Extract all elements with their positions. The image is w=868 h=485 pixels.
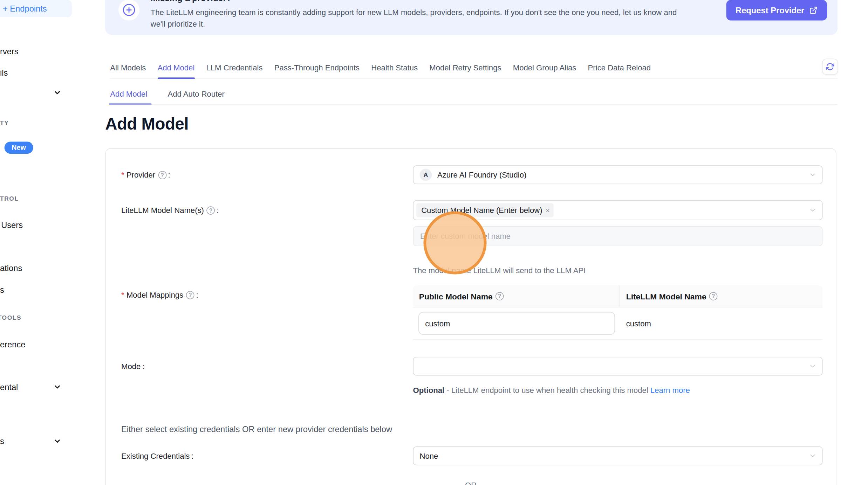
tab-all-models[interactable]: All Models bbox=[110, 57, 146, 78]
remove-icon[interactable]: × bbox=[546, 207, 550, 214]
sidebar-item-servers[interactable]: rvers bbox=[0, 47, 19, 56]
model-mappings-table: Public Model Name ? LiteLLM Model Name ?… bbox=[413, 285, 822, 340]
mode-select[interactable] bbox=[413, 357, 822, 376]
tab-add-model[interactable]: Add Model bbox=[158, 57, 195, 78]
refresh-icon bbox=[826, 63, 834, 71]
tab-pass-through-endpoints[interactable]: Pass-Through Endpoints bbox=[274, 57, 360, 78]
mode-label: Mode : bbox=[121, 357, 144, 376]
sidebar-section-trol: TROL bbox=[0, 195, 19, 202]
main-content: Missing a provider? The LiteLLM engineer… bbox=[105, 0, 838, 485]
add-model-subtabs: Add Model Add Auto Router bbox=[110, 84, 838, 105]
model-names-label: LiteLLM Model Name(s) ? : bbox=[121, 200, 219, 220]
sidebar-item-users[interactable]: Users bbox=[1, 220, 23, 230]
chevron-down-icon bbox=[809, 452, 816, 460]
missing-provider-banner: Missing a provider? The LiteLLM engineer… bbox=[105, 0, 838, 35]
help-icon[interactable]: ? bbox=[495, 292, 504, 300]
chevron-down-icon bbox=[809, 171, 816, 179]
learn-more-link[interactable]: Learn more bbox=[650, 386, 690, 394]
column-litellm-model-name: LiteLLM Model Name ? bbox=[620, 285, 823, 307]
refresh-button[interactable] bbox=[822, 58, 838, 75]
sidebar-section-ty: TY bbox=[0, 119, 9, 126]
page-title: Add Model bbox=[105, 112, 189, 136]
required-mark: * bbox=[121, 290, 124, 299]
tab-model-retry-settings[interactable]: Model Retry Settings bbox=[429, 57, 501, 78]
sidebar-item-ental[interactable]: ental bbox=[0, 382, 18, 392]
request-provider-button[interactable]: Request Provider bbox=[726, 0, 827, 20]
existing-credentials-value: None bbox=[419, 451, 438, 460]
litellm-model-name-cell: custom bbox=[620, 319, 823, 328]
tab-llm-credentials[interactable]: LLM Credentials bbox=[206, 57, 262, 78]
external-link-icon bbox=[809, 6, 818, 14]
help-icon[interactable]: ? bbox=[158, 171, 166, 179]
provider-label: * Provider ? : bbox=[121, 165, 170, 184]
sidebar-item-endpoints-label: + Endpoints bbox=[0, 0, 72, 17]
model-name-helper-text: The model name LiteLLM will send to the … bbox=[413, 266, 586, 275]
existing-credentials-label: Existing Credentials : bbox=[121, 446, 193, 465]
banner-description-line2: we'll prioritize it. bbox=[151, 18, 677, 30]
request-provider-label: Request Provider bbox=[736, 6, 804, 15]
tab-model-group-alias[interactable]: Model Group Alias bbox=[513, 57, 576, 78]
sidebar-item-ils[interactable]: ils bbox=[0, 68, 8, 77]
help-icon[interactable]: ? bbox=[207, 206, 215, 214]
chevron-down-icon[interactable] bbox=[53, 383, 62, 391]
chevron-down-icon[interactable] bbox=[53, 89, 62, 97]
subtab-add-auto-router[interactable]: Add Auto Router bbox=[168, 84, 225, 104]
credentials-note: Either select existing credentials OR en… bbox=[121, 424, 392, 434]
tab-price-data-reload[interactable]: Price Data Reload bbox=[588, 57, 651, 78]
model-names-multiselect[interactable]: Custom Model Name (Enter below) × bbox=[413, 200, 822, 220]
column-public-model-name: Public Model Name ? bbox=[413, 285, 619, 307]
new-badge[interactable]: New bbox=[5, 141, 33, 154]
sidebar-section-tools: TOOLS bbox=[0, 314, 21, 321]
circle-plus-icon bbox=[118, 0, 139, 20]
provider-avatar: A bbox=[419, 169, 432, 181]
model-name-tag: Custom Model Name (Enter below) × bbox=[416, 203, 554, 217]
sidebar-item-s1[interactable]: s bbox=[0, 285, 4, 295]
chevron-down-icon bbox=[809, 362, 816, 370]
public-model-name-input[interactable] bbox=[418, 312, 615, 335]
help-icon[interactable]: ? bbox=[709, 292, 718, 300]
subtab-add-model[interactable]: Add Model bbox=[110, 84, 147, 104]
banner-description: The LiteLLM engineering team is constant… bbox=[151, 7, 677, 30]
sidebar-item-endpoints[interactable]: + Endpoints bbox=[0, 0, 72, 17]
model-mappings-header: Public Model Name ? LiteLLM Model Name ? bbox=[413, 285, 822, 307]
banner-description-line1: The LiteLLM engineering team is constant… bbox=[151, 7, 677, 18]
sidebar-item-s2[interactable]: s bbox=[0, 436, 4, 446]
add-model-form-card: * Provider ? : A Azure AI Foundry (Studi… bbox=[105, 148, 836, 485]
public-model-name-cell bbox=[413, 312, 619, 335]
model-mappings-label: * Model Mappings ? : bbox=[121, 289, 198, 300]
banner-title: Missing a provider? bbox=[151, 0, 232, 3]
tab-health-status[interactable]: Health Status bbox=[371, 57, 418, 78]
custom-model-name-input[interactable] bbox=[413, 226, 822, 246]
table-row: custom bbox=[413, 307, 822, 340]
sidebar: + Endpoints rvers ils TY New TROL Users … bbox=[0, 0, 83, 485]
chevron-down-icon bbox=[809, 206, 816, 214]
provider-select[interactable]: A Azure AI Foundry (Studio) bbox=[413, 165, 822, 184]
help-icon[interactable]: ? bbox=[186, 291, 194, 299]
provider-value: Azure AI Foundry (Studio) bbox=[437, 171, 526, 179]
required-mark: * bbox=[121, 171, 124, 179]
app-root: + Endpoints rvers ils TY New TROL Users … bbox=[0, 0, 868, 485]
model-tabs: All Models Add Model LLM Credentials Pas… bbox=[110, 57, 838, 79]
sidebar-item-ations[interactable]: ations bbox=[0, 263, 22, 273]
mode-helper-text: Optional - LiteLLM endpoint to use when … bbox=[413, 383, 692, 397]
chevron-down-icon[interactable] bbox=[53, 437, 62, 445]
or-divider: OR bbox=[106, 481, 836, 485]
existing-credentials-select[interactable]: None bbox=[413, 446, 822, 465]
sidebar-item-erence[interactable]: erence bbox=[0, 340, 25, 349]
